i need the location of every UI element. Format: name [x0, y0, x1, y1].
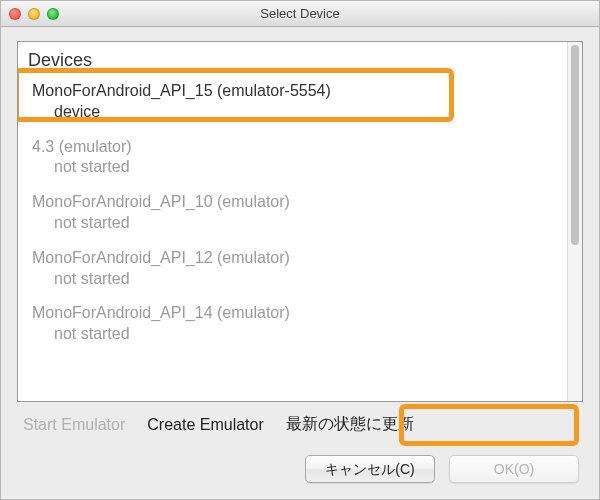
device-item[interactable]: MonoForAndroid_API_10 (emulator) not sta… [28, 188, 559, 244]
device-list: MonoForAndroid_API_15 (emulator-5554) de… [28, 77, 559, 343]
scrollbar[interactable] [567, 42, 582, 401]
refresh-button[interactable]: 最新の状態に更新 [286, 414, 414, 435]
device-status: device [32, 102, 557, 123]
content-area: Devices MonoForAndroid_API_15 (emulator-… [1, 27, 599, 451]
annotation-highlight-refresh [399, 404, 579, 446]
device-status: not started [32, 213, 557, 234]
device-status: not started [32, 324, 557, 345]
device-item[interactable]: MonoForAndroid_API_15 (emulator-5554) de… [28, 77, 559, 133]
device-name: 4.3 (emulator) [32, 137, 557, 158]
create-emulator-button[interactable]: Create Emulator [147, 416, 264, 434]
device-name: MonoForAndroid_API_15 (emulator-5554) [32, 81, 557, 102]
devices-header: Devices [28, 50, 559, 71]
device-status: not started [32, 157, 557, 178]
device-name: MonoForAndroid_API_14 (emulator) [32, 303, 557, 324]
device-name: MonoForAndroid_API_12 (emulator) [32, 248, 557, 269]
dialog-footer: キャンセル(C) OK(O) [1, 451, 599, 499]
select-device-dialog: Select Device Devices MonoForAndroid_API… [0, 0, 600, 500]
device-name: MonoForAndroid_API_10 (emulator) [32, 192, 557, 213]
device-item[interactable]: 4.3 (emulator) not started [28, 133, 559, 189]
start-emulator-button: Start Emulator [23, 416, 125, 434]
devices-inner: Devices MonoForAndroid_API_15 (emulator-… [18, 42, 567, 401]
action-row: Start Emulator Create Emulator 最新の状態に更新 [17, 402, 583, 445]
ok-button[interactable]: OK(O) [449, 455, 579, 483]
cancel-button[interactable]: キャンセル(C) [305, 455, 435, 483]
device-item[interactable]: MonoForAndroid_API_12 (emulator) not sta… [28, 244, 559, 300]
device-item[interactable]: MonoForAndroid_API_14 (emulator) not sta… [28, 299, 559, 343]
device-status: not started [32, 269, 557, 290]
titlebar: Select Device [1, 1, 599, 27]
window-title: Select Device [1, 6, 599, 21]
scrollbar-thumb[interactable] [571, 45, 579, 245]
devices-panel: Devices MonoForAndroid_API_15 (emulator-… [17, 41, 583, 402]
